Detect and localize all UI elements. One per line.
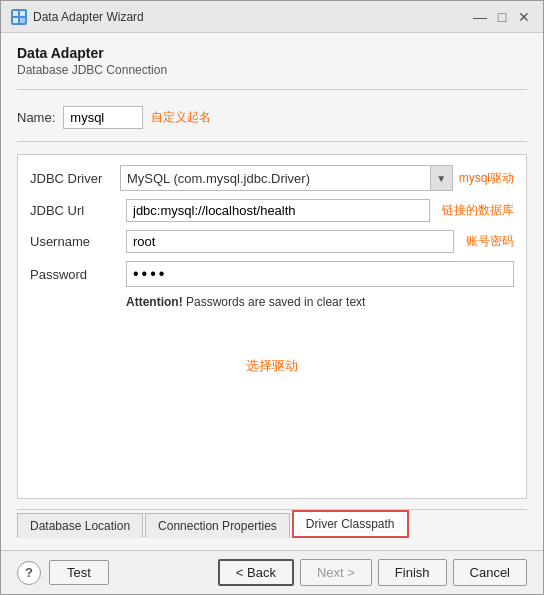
username-row: Username 账号密码 <box>30 230 514 253</box>
test-button[interactable]: Test <box>49 560 109 585</box>
tab-database-location[interactable]: Database Location <box>17 513 143 538</box>
password-row: Password <box>30 261 514 287</box>
section-header: Data Adapter Database JDBC Connection <box>17 45 527 77</box>
jdbc-driver-row: JDBC Driver MySQL (com.mysql.jdbc.Driver… <box>30 165 514 191</box>
jdbc-url-input[interactable] <box>126 199 430 222</box>
jdbc-url-label: JDBC Url <box>30 203 120 218</box>
jdbc-url-annotation: 链接的数据库 <box>442 202 514 219</box>
window-title: Data Adapter Wizard <box>33 10 144 24</box>
name-input[interactable] <box>63 106 143 129</box>
divider-1 <box>17 89 527 90</box>
title-bar: Data Adapter Wizard — □ ✕ <box>1 1 543 33</box>
svg-rect-3 <box>20 18 25 23</box>
section-subtitle: Database JDBC Connection <box>17 63 527 77</box>
footer-right: < Back Next > Finish Cancel <box>218 559 527 586</box>
section-title: Data Adapter <box>17 45 527 61</box>
tabs-area: Database Location Connection Properties … <box>17 509 527 538</box>
next-button[interactable]: Next > <box>300 559 372 586</box>
custom-name-annotation: 自定义起名 <box>151 109 211 126</box>
cancel-button[interactable]: Cancel <box>453 559 527 586</box>
username-input[interactable] <box>126 230 454 253</box>
footer: ? Test < Back Next > Finish Cancel <box>1 550 543 594</box>
attention-row: Attention! Passwords are saved in clear … <box>30 295 514 309</box>
tab-connection-properties[interactable]: Connection Properties <box>145 513 290 538</box>
account-annotation: 账号密码 <box>466 233 514 250</box>
form-area: JDBC Driver MySQL (com.mysql.jdbc.Driver… <box>17 154 527 499</box>
jdbc-driver-select[interactable]: MySQL (com.mysql.jdbc.Driver) ▼ <box>120 165 453 191</box>
password-label: Password <box>30 267 120 282</box>
finish-button[interactable]: Finish <box>378 559 447 586</box>
attention-label: Attention! <box>126 295 183 309</box>
driver-dropdown-button[interactable]: ▼ <box>430 166 452 190</box>
maximize-button[interactable]: □ <box>493 8 511 26</box>
mysql-driver-annotation: mysql驱动 <box>459 170 514 187</box>
window-controls: — □ ✕ <box>471 8 533 26</box>
divider-2 <box>17 141 527 142</box>
content-area: Data Adapter Database JDBC Connection Na… <box>1 33 543 550</box>
close-button[interactable]: ✕ <box>515 8 533 26</box>
jdbc-driver-label: JDBC Driver <box>30 171 120 186</box>
minimize-button[interactable]: — <box>471 8 489 26</box>
footer-left: ? Test <box>17 560 109 585</box>
username-label: Username <box>30 234 120 249</box>
choose-driver-annotation: 选择驱动 <box>30 357 514 375</box>
password-input[interactable] <box>126 261 514 287</box>
app-icon <box>11 9 27 25</box>
svg-rect-1 <box>20 11 25 16</box>
jdbc-driver-value: MySQL (com.mysql.jdbc.Driver) <box>121 168 430 189</box>
svg-rect-2 <box>13 18 18 23</box>
name-label: Name: <box>17 110 55 125</box>
attention-text: Passwords are saved in clear text <box>183 295 366 309</box>
wizard-window: Data Adapter Wizard — □ ✕ Data Adapter D… <box>0 0 544 595</box>
jdbc-url-row: JDBC Url 链接的数据库 <box>30 199 514 222</box>
back-button[interactable]: < Back <box>218 559 294 586</box>
help-button[interactable]: ? <box>17 561 41 585</box>
tab-driver-classpath[interactable]: Driver Classpath <box>292 510 409 538</box>
svg-rect-0 <box>13 11 18 16</box>
title-bar-left: Data Adapter Wizard <box>11 9 144 25</box>
name-row: Name: 自定义起名 <box>17 106 527 129</box>
